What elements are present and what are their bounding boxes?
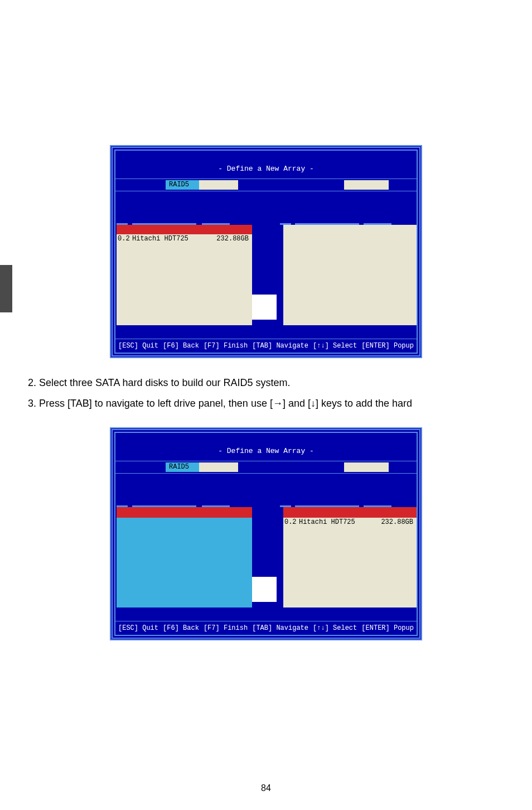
footer-finish: [F7] Finish bbox=[204, 342, 248, 350]
move-buttons-2 bbox=[252, 507, 277, 608]
array-drive-row-1[interactable]: 0.2 Hitachi HDT725 232.88GB bbox=[283, 518, 417, 527]
bios-screen-2: - Define a New Array - RAID5 bbox=[110, 427, 422, 640]
drive-size: 232.88GB bbox=[371, 518, 415, 527]
drive-port: 0.2 bbox=[284, 518, 299, 527]
raid-right-field-2[interactable] bbox=[344, 462, 389, 472]
free-disks-fill-2 bbox=[117, 518, 252, 608]
drive-row-1[interactable]: 0.2 Hitachi HDT725 232.88GB bbox=[117, 234, 252, 244]
footer-navigate: [TAB] Navigate bbox=[252, 342, 308, 350]
drive-model: Hitachi HDT725 bbox=[132, 235, 205, 243]
raid-mode-row-1: RAID5 bbox=[115, 179, 417, 191]
move-buttons-1 bbox=[252, 225, 277, 325]
footer-popup: [ENTER] Popup bbox=[361, 342, 414, 350]
footer-back: [F6] Back bbox=[163, 342, 199, 350]
raid-mode-value-1: RAID5 bbox=[166, 180, 199, 190]
footer-popup: [ENTER] Popup bbox=[361, 624, 414, 632]
array-disks-panel-1[interactable] bbox=[283, 225, 417, 325]
array-disks-fill-2 bbox=[283, 527, 417, 608]
move-button-box-1[interactable] bbox=[252, 295, 277, 320]
raid-mode-trail-1 bbox=[199, 180, 238, 190]
bios-title-1: - Define a New Array - bbox=[115, 151, 417, 179]
footer-bar-2: [ESC] Quit [F6] Back [F7] Finish [TAB] N… bbox=[115, 621, 417, 635]
footer-select: [↑↓] Select bbox=[313, 342, 357, 350]
footer-bar-1: [ESC] Quit [F6] Back [F7] Finish [TAB] N… bbox=[115, 339, 417, 353]
free-disks-panel-1[interactable]: 0.2 Hitachi HDT725 232.88GB bbox=[117, 225, 252, 325]
middle-columns-2 bbox=[115, 474, 417, 507]
drive-port: 0.2 bbox=[118, 235, 132, 243]
raid-right-field-1[interactable] bbox=[344, 180, 389, 190]
bios-inner-1: - Define a New Array - RAID5 0.2 bbox=[114, 150, 418, 354]
raid-mode-field-2[interactable]: RAID5 bbox=[166, 462, 238, 472]
instruction-step-2: 2. Select three SATA hard disks to build… bbox=[28, 375, 510, 391]
raid-mode-trail-2 bbox=[199, 462, 238, 472]
free-disks-fill-1 bbox=[117, 244, 252, 325]
middle-columns-1 bbox=[115, 191, 417, 225]
drive-size: 232.88GB bbox=[205, 235, 251, 243]
footer-quit: [ESC] Quit bbox=[118, 342, 158, 350]
bios-title-2: - Define a New Array - bbox=[115, 433, 417, 461]
free-disks-panel-2[interactable] bbox=[117, 507, 252, 608]
free-disks-header-2 bbox=[117, 507, 252, 518]
bios-screen-1: - Define a New Array - RAID5 0.2 bbox=[110, 145, 422, 358]
move-button-box-2[interactable] bbox=[252, 577, 277, 602]
array-disks-fill-1 bbox=[283, 225, 417, 325]
instruction-step-3: 3. Press [TAB] to navigate to left drive… bbox=[28, 396, 510, 412]
panels-row-1: 0.2 Hitachi HDT725 232.88GB bbox=[115, 225, 417, 325]
array-disks-header-2 bbox=[283, 507, 417, 518]
raid-mode-value-2: RAID5 bbox=[166, 462, 199, 472]
raid-mode-field-1[interactable]: RAID5 bbox=[166, 180, 238, 190]
free-disks-header-1 bbox=[117, 225, 252, 234]
raid-mode-row-2: RAID5 bbox=[115, 461, 417, 474]
array-disks-panel-2[interactable]: 0.2 Hitachi HDT725 232.88GB bbox=[283, 507, 417, 608]
footer-select: [↑↓] Select bbox=[313, 624, 357, 632]
panels-row-2: 0.2 Hitachi HDT725 232.88GB bbox=[115, 507, 417, 608]
drive-model: Hitachi HDT725 bbox=[299, 518, 371, 527]
footer-finish: [F7] Finish bbox=[204, 624, 248, 632]
footer-navigate: [TAB] Navigate bbox=[252, 624, 308, 632]
side-tab bbox=[0, 265, 12, 312]
footer-back: [F6] Back bbox=[163, 624, 199, 632]
footer-quit: [ESC] Quit bbox=[118, 624, 158, 632]
page-number: 84 bbox=[0, 783, 532, 793]
bios-inner-2: - Define a New Array - RAID5 bbox=[114, 432, 418, 636]
